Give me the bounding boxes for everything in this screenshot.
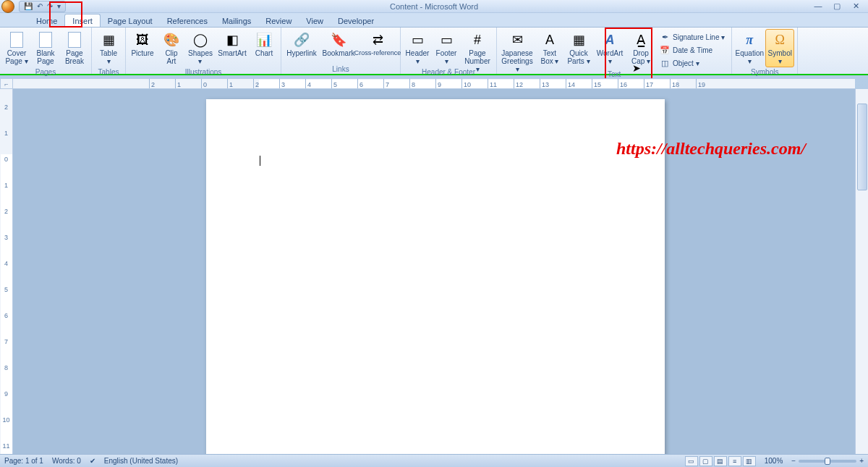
tab-review[interactable]: Review [258,14,299,27]
qat-dropdown-icon[interactable]: ▾ [57,2,61,10]
blank-page-button[interactable]: BlankPage [32,29,59,67]
drop-cap-button[interactable]: A̲ DropCap ▾ [627,29,655,67]
status-language[interactable]: English (United States) [104,457,178,465]
japanese-greetings-label: JapaneseGreetings ▾ [501,49,533,65]
text-box-button[interactable]: A TextBox ▾ [536,29,563,67]
page-number-icon: # [469,31,486,49]
cover-page-label: CoverPage ▾ [5,49,27,65]
date-time-button[interactable]: 📅Date & Time [656,43,728,56]
symbol-button[interactable]: Ω Symbol▾ [765,29,794,67]
group-pages: CoverPage ▾ BlankPage PageBreak Pages [0,28,92,74]
zoom-level[interactable]: 100% [765,457,783,465]
bookmark-button[interactable]: 🔖 Bookmark [320,29,357,59]
group-symbols: π Equation▾ Ω Symbol▾ Symbols [732,28,798,74]
wordart-button[interactable]: A WordArt▾ [594,29,626,67]
footer-button[interactable]: ▭ Footer▾ [433,29,460,67]
zoom-thumb[interactable] [825,458,830,465]
view-web-layout[interactable]: ▤ [714,456,727,466]
status-page[interactable]: Page: 1 of 1 [4,457,43,465]
zoom-slider[interactable]: − + [791,457,864,465]
status-words[interactable]: Words: 0 [52,457,81,465]
title-bar: 💾 ↶ ↷ ▾ Content - Microsoft Word — ▢ ✕ [0,0,868,13]
drop-cap-icon: A̲ [632,31,650,49]
undo-icon[interactable]: ↶ [37,2,43,10]
blank-page-icon [37,31,54,49]
scrollbar-thumb[interactable] [857,104,867,190]
status-proofing-icon[interactable]: ✔ [90,457,95,465]
date-time-label: Date & Time [673,46,712,54]
ribbon-insert: CoverPage ▾ BlankPage PageBreak Pages ▦ … [0,28,868,75]
equation-button[interactable]: π Equation▾ [735,29,764,67]
shapes-button[interactable]: ◯ Shapes▾ [187,29,214,67]
save-icon[interactable]: 💾 [24,2,33,10]
horizontal-ruler[interactable]: 21012345678910111213141516171819 [13,78,855,89]
zoom-track[interactable] [799,460,856,463]
zoom-out-button[interactable]: − [791,457,796,465]
picture-button[interactable]: 🖼 Picture [129,29,156,59]
tab-insert[interactable]: Insert [64,14,101,27]
picture-icon: 🖼 [134,31,151,49]
vertical-ruler[interactable]: 2101234567891011121314 [0,89,13,454]
wordart-label: WordArt▾ [597,49,624,65]
symbol-label: Symbol▾ [768,49,792,65]
zoom-in-button[interactable]: + [859,457,864,465]
cover-page-button[interactable]: CoverPage ▾ [3,29,30,67]
smartart-label: SmartArt [218,49,246,57]
view-outline[interactable]: ≡ [728,456,741,466]
ruler-corner[interactable]: ⌐ [0,78,13,89]
header-button[interactable]: ▭ Header▾ [404,29,431,67]
minimize-button[interactable]: — [809,0,827,12]
tab-developer[interactable]: Developer [331,14,381,27]
object-label: Object ▾ [673,59,699,67]
chart-button[interactable]: 📊 Chart [250,29,278,59]
text-box-icon: A [541,31,558,49]
footer-icon: ▭ [438,31,455,49]
tab-page-layout[interactable]: Page Layout [101,14,160,27]
group-links: 🔗 Hyperlink 🔖 Bookmark ⇄ Cross-reference… [281,28,401,74]
hyperlink-label: Hyperlink [286,49,317,57]
office-button[interactable] [1,0,14,13]
tab-references[interactable]: References [160,14,215,27]
tab-view[interactable]: View [299,14,331,27]
maximize-button[interactable]: ▢ [827,0,846,12]
clip-art-button[interactable]: 🎨 ClipArt [158,29,185,67]
quick-parts-label: QuickParts ▾ [567,49,590,65]
japanese-greetings-button[interactable]: ✉ JapaneseGreetings ▾ [500,29,535,67]
clip-art-icon: 🎨 [163,31,180,49]
document-page[interactable] [206,99,665,454]
view-full-screen[interactable]: ▢ [699,456,712,466]
cross-reference-button[interactable]: ⇄ Cross-reference [358,29,397,59]
group-symbols-label: Symbols [735,67,794,77]
tab-mailings[interactable]: Mailings [215,14,258,27]
quick-parts-button[interactable]: ▦ QuickParts ▾ [565,29,592,67]
cross-reference-icon: ⇄ [369,31,386,49]
view-draft[interactable]: ▥ [743,456,756,466]
header-icon: ▭ [409,31,426,49]
window-title: Content - Microsoft Word [390,2,478,11]
shapes-icon: ◯ [192,31,209,49]
object-button[interactable]: ◫Object ▾ [656,56,728,70]
vertical-scrollbar[interactable] [855,89,868,454]
page-break-icon [66,31,83,49]
page-break-button[interactable]: PageBreak [61,29,88,67]
redo-icon[interactable]: ↷ [47,2,53,10]
hyperlink-button[interactable]: 🔗 Hyperlink [284,29,319,59]
symbol-icon: Ω [771,31,788,49]
smartart-icon: ◧ [224,31,241,49]
view-print-layout[interactable]: ▭ [685,456,698,466]
group-tables-label: Tables [95,67,122,77]
close-button[interactable]: ✕ [846,0,865,12]
hyperlink-icon: 🔗 [293,31,310,49]
table-button[interactable]: ▦ Table▾ [95,29,122,67]
tab-home[interactable]: Home [29,14,64,27]
group-header-footer: ▭ Header▾ ▭ Footer▾ # PageNumber ▾ Heade… [401,28,497,74]
page-number-button[interactable]: # PageNumber ▾ [461,29,493,67]
window-controls: — ▢ ✕ [809,0,865,12]
signature-line-label: Signature Line ▾ [673,33,725,41]
page-number-label: PageNumber ▾ [463,49,492,65]
smartart-button[interactable]: ◧ SmartArt [216,29,249,59]
view-buttons: ▭ ▢ ▤ ≡ ▥ [685,456,756,466]
signature-line-button[interactable]: ✒Signature Line ▾ [656,30,728,43]
equation-label: Equation▾ [736,49,764,65]
footer-label: Footer▾ [436,49,457,65]
